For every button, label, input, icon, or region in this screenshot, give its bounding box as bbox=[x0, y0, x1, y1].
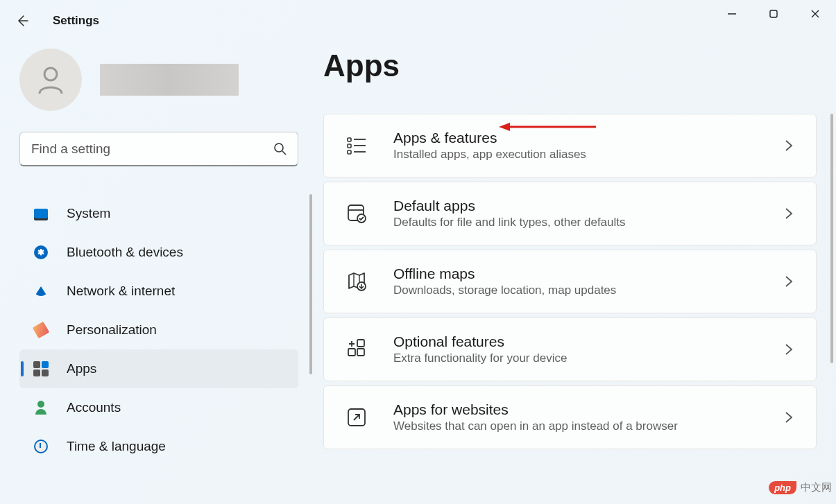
default-apps-icon bbox=[345, 202, 368, 225]
sidebar-item-apps[interactable]: Apps bbox=[19, 349, 298, 388]
sidebar-item-bluetooth[interactable]: ✱ Bluetooth & devices bbox=[19, 233, 298, 272]
card-subtitle: Websites that can open in an app instead… bbox=[393, 419, 759, 433]
svg-point-2 bbox=[44, 68, 57, 80]
card-body: Apps for websites Websites that can open… bbox=[393, 401, 759, 433]
sidebar-item-accounts[interactable]: Accounts bbox=[19, 388, 298, 427]
search-input[interactable] bbox=[19, 132, 298, 166]
content-container: System ✱ Bluetooth & devices Network & i… bbox=[0, 42, 836, 504]
back-arrow-icon bbox=[15, 14, 29, 28]
card-body: Default apps Defaults for file and link … bbox=[393, 198, 759, 229]
search-field bbox=[19, 132, 298, 166]
sidebar-item-label: Network & internet bbox=[67, 284, 175, 299]
titlebar: Settings bbox=[0, 0, 836, 42]
sidebar-item-time-language[interactable]: Time & language bbox=[19, 427, 298, 466]
main-scrollbar[interactable] bbox=[830, 114, 833, 363]
sidebar-item-label: Apps bbox=[67, 361, 96, 376]
watermark-badge: php bbox=[769, 481, 796, 494]
sidebar-item-label: Bluetooth & devices bbox=[67, 245, 183, 260]
window-title: Settings bbox=[53, 14, 99, 28]
sidebar-item-label: Accounts bbox=[67, 400, 121, 415]
wifi-icon bbox=[32, 282, 50, 300]
card-title: Apps & features bbox=[393, 130, 759, 146]
settings-card-list: Apps & features Installed apps, app exec… bbox=[323, 114, 817, 449]
chevron-right-icon bbox=[784, 139, 794, 152]
list-icon bbox=[345, 134, 368, 157]
profile-section[interactable] bbox=[19, 49, 298, 111]
back-button[interactable] bbox=[7, 6, 37, 36]
sidebar-item-personalization[interactable]: Personalization bbox=[19, 311, 298, 349]
close-button[interactable] bbox=[794, 0, 836, 28]
clock-icon bbox=[32, 437, 50, 455]
watermark-text: 中文网 bbox=[801, 481, 832, 494]
card-apps-features[interactable]: Apps & features Installed apps, app exec… bbox=[323, 114, 817, 177]
maximize-icon bbox=[769, 9, 778, 19]
card-offline-maps[interactable]: Offline maps Downloads, storage location… bbox=[323, 250, 817, 313]
svg-rect-8 bbox=[348, 144, 351, 148]
card-body: Offline maps Downloads, storage location… bbox=[393, 266, 759, 297]
svg-rect-20 bbox=[357, 349, 364, 356]
card-optional-features[interactable]: Optional features Extra functionality fo… bbox=[323, 318, 817, 381]
card-subtitle: Installed apps, app execution aliases bbox=[393, 148, 759, 162]
minimize-icon bbox=[727, 9, 737, 19]
optional-features-icon bbox=[345, 338, 368, 361]
svg-rect-19 bbox=[348, 349, 355, 356]
svg-rect-7 bbox=[348, 138, 351, 141]
watermark: php 中文网 bbox=[769, 481, 836, 494]
sidebar-item-label: Personalization bbox=[67, 322, 157, 338]
svg-rect-1 bbox=[770, 10, 777, 17]
card-title: Default apps bbox=[393, 198, 759, 214]
card-default-apps[interactable]: Default apps Defaults for file and link … bbox=[323, 182, 817, 245]
svg-rect-21 bbox=[357, 340, 364, 347]
minimize-button[interactable] bbox=[711, 0, 753, 28]
sidebar: System ✱ Bluetooth & devices Network & i… bbox=[19, 42, 298, 504]
maximize-button[interactable] bbox=[753, 0, 794, 28]
chevron-right-icon bbox=[784, 343, 794, 356]
card-title: Optional features bbox=[393, 333, 759, 350]
apps-websites-icon bbox=[345, 406, 368, 429]
username-redacted bbox=[100, 64, 239, 96]
sidebar-item-system[interactable]: System bbox=[19, 194, 298, 233]
chevron-right-icon bbox=[784, 207, 794, 220]
sidebar-item-label: Time & language bbox=[67, 439, 166, 454]
apps-grid-icon bbox=[32, 360, 50, 378]
window-controls bbox=[711, 0, 836, 28]
map-icon bbox=[345, 270, 368, 293]
card-body: Optional features Extra functionality fo… bbox=[393, 333, 759, 365]
chevron-right-icon bbox=[784, 411, 794, 424]
system-icon bbox=[32, 205, 50, 223]
sidebar-item-network[interactable]: Network & internet bbox=[19, 272, 298, 311]
main-content: Apps Apps & features Installed apps, app… bbox=[323, 42, 817, 504]
avatar bbox=[19, 49, 82, 111]
card-title: Offline maps bbox=[393, 266, 759, 282]
nav-list: System ✱ Bluetooth & devices Network & i… bbox=[19, 194, 298, 466]
sidebar-scrollbar[interactable] bbox=[309, 194, 312, 374]
card-subtitle: Extra functionality for your device bbox=[393, 351, 759, 365]
bluetooth-icon: ✱ bbox=[32, 243, 50, 261]
card-apps-for-websites[interactable]: Apps for websites Websites that can open… bbox=[323, 385, 817, 449]
card-title: Apps for websites bbox=[393, 401, 759, 418]
chevron-right-icon bbox=[784, 275, 794, 288]
close-icon bbox=[810, 9, 820, 19]
sidebar-item-label: System bbox=[67, 206, 110, 221]
accounts-icon bbox=[32, 399, 50, 417]
page-title: Apps bbox=[323, 49, 817, 83]
card-body: Apps & features Installed apps, app exec… bbox=[393, 130, 759, 162]
svg-rect-9 bbox=[348, 150, 351, 154]
person-icon bbox=[34, 63, 67, 96]
card-subtitle: Defaults for file and link types, other … bbox=[393, 216, 759, 229]
paintbrush-icon bbox=[32, 321, 50, 339]
card-subtitle: Downloads, storage location, map updates bbox=[393, 284, 759, 297]
